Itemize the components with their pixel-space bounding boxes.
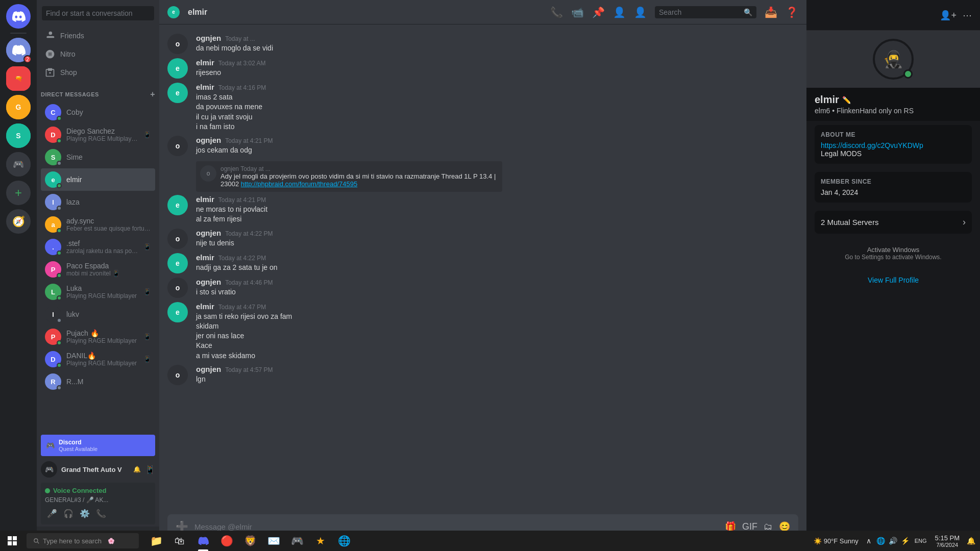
dm-search-input[interactable] — [42, 6, 154, 20]
taskbar-discord[interactable] — [192, 531, 214, 551]
dm-name: DANIL🔥 — [66, 352, 138, 360]
dm-item-diego[interactable]: D Diego Sanchez Playing RAGE Multiplaye.… — [41, 123, 155, 146]
dm-item-danil[interactable]: D DANIL🔥 Playing RAGE Multiplayer 📱 — [41, 348, 155, 370]
message-author[interactable]: ognjen — [196, 34, 221, 42]
system-sender: ognjen Today at ... — [220, 165, 498, 172]
dm-name: Luka — [66, 284, 138, 292]
server-footer-item[interactable]: 🎮 Grand Theft Auto V 🔔 📱 — [37, 458, 159, 481]
voice-leave-button[interactable]: 📞 — [94, 507, 108, 520]
server-icon-4[interactable]: S — [6, 123, 31, 148]
message-header: ognjen Today at 4:21 PM — [196, 136, 798, 144]
view-full-profile-button[interactable]: View Full Profile — [815, 273, 972, 287]
call-icon[interactable]: 📞 — [550, 6, 563, 18]
chat-search-input[interactable] — [659, 8, 741, 16]
message-content: elmir Today at 3:02 AM rijeseno — [196, 58, 798, 79]
dm-item-ady[interactable]: a ady.sync Feber est suae quisque fortun… — [41, 213, 155, 236]
message-timestamp: Today at 3:02 AM — [218, 60, 266, 67]
dm-item-paco[interactable]: P Paco Espada mobi mi zvonítel 📱 — [41, 258, 155, 281]
mutual-servers-arrow: › — [963, 217, 966, 228]
taskbar-search-box[interactable]: Type here to search 🌸 — [27, 533, 139, 548]
message-text: jer oni nas lace — [196, 331, 798, 341]
more-options-icon[interactable]: ⋯ — [963, 10, 972, 21]
message-timestamp: Today at 4:57 PM — [225, 366, 273, 373]
message-author[interactable]: elmir — [196, 253, 214, 262]
profile-icon[interactable]: 👤 — [634, 6, 647, 18]
taskbar-chrome[interactable]: 🌐 — [333, 531, 355, 551]
server-icon-2[interactable]: 🔫 — [6, 66, 31, 91]
taskbar-weather[interactable]: ☀️ 90°F Sunny — [811, 537, 862, 545]
discord-home-button[interactable] — [6, 4, 31, 29]
server-footer-icon: 🎮 — [41, 461, 57, 478]
mic-icon: 🌸 — [108, 538, 115, 544]
avatar: a — [45, 216, 61, 233]
taskbar-steam[interactable]: 🎮 — [286, 531, 308, 551]
nitro-label: Nitro — [60, 50, 76, 58]
add-server-button[interactable]: + — [6, 181, 31, 205]
shop-nav-item[interactable]: Shop — [41, 63, 155, 82]
system-avatar-mini: o — [200, 165, 216, 182]
message-author[interactable]: elmir — [196, 58, 214, 67]
message-group: e elmir Today at 4:21 PM ne moras to ni … — [159, 194, 806, 226]
tray-battery[interactable]: ⚡ — [900, 536, 911, 546]
dm-item-pujach[interactable]: P Pujach 🔥 Playing RAGE Multiplayer 📱 — [41, 325, 155, 348]
notification-badge: 2 — [23, 55, 32, 63]
video-icon[interactable]: 📹 — [571, 6, 584, 18]
voice-settings-button[interactable]: ⚙️ — [78, 507, 92, 520]
message-author[interactable]: elmir — [196, 195, 214, 204]
message-group: o ognjen Today at 4:46 PM i sto si vrati… — [159, 277, 806, 299]
message-text: a mi vase skidamo — [196, 351, 798, 361]
inbox-icon[interactable]: 📥 — [765, 6, 777, 18]
message-author[interactable]: elmir — [196, 83, 214, 91]
taskbar-opera[interactable]: 🔴 — [215, 531, 238, 551]
message-author[interactable]: ognjen — [196, 136, 221, 144]
taskbar-rockstar[interactable]: ★ — [309, 531, 332, 551]
avatar: . — [45, 239, 61, 255]
dm-item-coby[interactable]: C Coby — [41, 101, 155, 123]
server-icon-5[interactable]: 🎮 — [6, 152, 31, 177]
help-icon[interactable]: ❓ — [786, 6, 798, 18]
dm-item-laza[interactable]: l laza — [41, 191, 155, 213]
voice-mute-button[interactable]: 🎤 — [45, 507, 59, 520]
dm-item-lukv[interactable]: l lukv — [41, 303, 155, 325]
message-text: da nebi moglo da se vidi — [196, 43, 798, 53]
friends-nav-item[interactable]: Friends — [41, 27, 155, 45]
message-author[interactable]: ognjen — [196, 365, 221, 373]
server-icon-1[interactable]: 2 — [6, 38, 31, 62]
dm-item-elmir[interactable]: e elmir — [41, 168, 155, 191]
message-author[interactable]: ognjen — [196, 278, 221, 286]
tray-notifications[interactable]: 🔔 — [966, 536, 976, 546]
dm-sub: zarolaj raketu da nas posal... — [66, 247, 138, 255]
dm-item-luka[interactable]: L Luka Playing RAGE Multiplayer 📱 — [41, 281, 155, 303]
nitro-nav-item[interactable]: Nitro — [41, 45, 155, 63]
mutual-servers-section[interactable]: 2 Mutual Servers › — [815, 211, 972, 234]
message-author[interactable]: elmir — [196, 302, 214, 311]
voice-channel-label: GENERAL#3 / 🎤 AK... — [45, 496, 151, 504]
pin-icon[interactable]: 📌 — [592, 6, 605, 18]
start-button[interactable] — [0, 531, 24, 551]
message-content: ognjen Today at ... da nebi moglo da se … — [196, 34, 798, 54]
system-link[interactable]: http://phpbraid.com/forum/thread/74595 — [241, 180, 357, 188]
tray-show-hidden[interactable]: ∧ — [864, 536, 874, 546]
dm-item-sime[interactable]: S Sime — [41, 146, 155, 168]
taskbar-mail[interactable]: ✉️ — [262, 531, 285, 551]
about-me-link[interactable]: https://discord.gg/c2QvuYKDWp — [821, 141, 923, 149]
discover-servers-button[interactable]: 🧭 — [6, 209, 31, 234]
quest-banner[interactable]: 🎮 Discord Quest Available — [41, 435, 155, 456]
voice-deafen-button[interactable]: 🎧 — [61, 507, 76, 520]
add-friend-icon[interactable]: 👤 — [613, 6, 626, 18]
server-icon-3[interactable]: G — [6, 95, 31, 119]
message-header: ognjen Today at ... — [196, 34, 798, 42]
tray-lang[interactable]: ENG — [913, 536, 929, 546]
taskbar-ms-store[interactable]: 🛍 — [168, 531, 191, 551]
taskbar-file-explorer[interactable]: 📁 — [145, 531, 167, 551]
taskbar-clock[interactable]: 5:15 PM 7/6/2024 — [931, 534, 964, 548]
tray-volume[interactable]: 🔊 — [888, 536, 898, 546]
dm-item-rm[interactable]: R R...M — [41, 370, 155, 393]
add-dm-button[interactable]: + — [150, 90, 155, 99]
tray-network[interactable]: 🌐 — [876, 536, 886, 546]
dm-item-stef[interactable]: . .stef zarolaj raketu da nas posal... 📱 — [41, 236, 155, 258]
add-friend-header-icon[interactable]: 👤+ — [940, 10, 957, 21]
message-author[interactable]: ognjen — [196, 229, 221, 237]
taskbar-brave[interactable]: 🦁 — [239, 531, 261, 551]
dm-section-label: DIRECT MESSAGES — [41, 91, 99, 97]
